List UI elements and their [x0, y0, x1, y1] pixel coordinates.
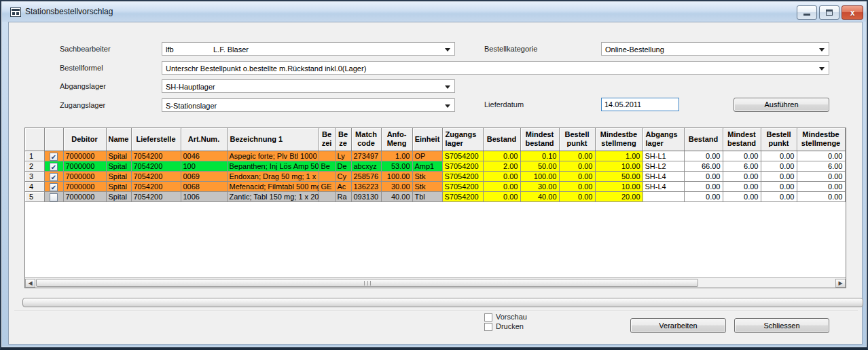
grid-cell[interactable]: 7054200	[131, 161, 181, 171]
grid-cell[interactable]: 0.00	[559, 191, 595, 201]
grid-cell[interactable]: 7000000	[63, 161, 106, 171]
grid-cell[interactable]: 0068	[181, 181, 227, 191]
grid-cell[interactable]: abcxyz	[351, 161, 381, 171]
grid-cell[interactable]: Endoxan; Drag 50 mg; 1 x	[227, 171, 319, 181]
grid-cell[interactable]: 0.00	[684, 181, 723, 191]
row-select-checkbox[interactable]	[50, 153, 58, 161]
chevron-down-icon[interactable]	[445, 48, 450, 52]
column-header[interactable]: Einheit	[412, 128, 442, 151]
grid-cell[interactable]: 0046	[181, 151, 227, 161]
column-header[interactable]: Art.Num.	[181, 128, 227, 151]
grid-cell[interactable]: 7000000	[63, 191, 106, 201]
grid-cell[interactable]: 0.00	[723, 171, 761, 181]
grid-cell[interactable]: Spital	[106, 191, 131, 201]
grid-cell[interactable]: De	[335, 161, 351, 171]
grid-cell[interactable]: 6.00	[797, 161, 845, 171]
grid-cell[interactable]: 0.00	[723, 181, 761, 191]
grid-cell[interactable]: 6.00	[723, 161, 761, 171]
checkbox-cell[interactable]	[44, 151, 63, 161]
grid-cell[interactable]: 1.00	[595, 151, 643, 161]
grid-cell[interactable]: SH-L2	[643, 161, 684, 171]
abgangslager-combo[interactable]: SH-Hauptlager	[162, 79, 455, 93]
grid-cell[interactable]: Spital	[106, 171, 131, 181]
chevron-down-icon[interactable]	[819, 67, 825, 71]
grid-cell[interactable]: 273497	[351, 151, 381, 161]
row-select-checkbox[interactable]	[50, 193, 58, 201]
row-select-checkbox[interactable]	[50, 183, 58, 191]
title-bar[interactable]: Stationsbestellvorschlag x	[2, 2, 866, 22]
scrollbar-thumb[interactable]	[36, 279, 698, 287]
grid-cell[interactable]	[643, 191, 684, 201]
grid-cell[interactable]: 50.00	[520, 161, 559, 171]
grid-cell[interactable]	[319, 171, 335, 181]
grid-cell[interactable]: 0.00	[723, 151, 761, 161]
vorschau-checkbox[interactable]	[484, 313, 492, 322]
grid-cell[interactable]: Zantic; Tabl 150 mg; 1 x 20	[227, 191, 319, 201]
grid-cell[interactable]: 100	[181, 161, 227, 171]
grid-cell[interactable]	[319, 191, 335, 201]
close-button[interactable]: x	[842, 5, 863, 20]
grid-cell[interactable]: S7054200	[442, 171, 483, 181]
grid-cell[interactable]: 0.00	[684, 191, 723, 201]
grid-cell[interactable]: S7054200	[442, 151, 483, 161]
grid-cell[interactable]: 0.00	[761, 151, 797, 161]
checkbox-cell[interactable]	[44, 171, 63, 181]
grid-cell[interactable]: 2.00	[483, 161, 520, 171]
grid-cell[interactable]: 0.00	[723, 191, 761, 201]
grid-cell[interactable]	[319, 151, 335, 161]
schliessen-button[interactable]: Schliessen	[734, 318, 829, 333]
column-header[interactable]: Abgangs lager	[643, 128, 684, 151]
row-number-cell[interactable]: 1	[25, 151, 44, 161]
grid-cell[interactable]: Mefenacid; Filmtabl 500 mg;	[227, 181, 319, 191]
column-header[interactable]: Mindestbe stellmenge	[797, 128, 845, 151]
grid-corner-header[interactable]	[25, 128, 44, 151]
scroll-right-icon[interactable]: ▶	[835, 279, 846, 288]
checkbox-cell[interactable]	[44, 191, 63, 201]
grid-cell[interactable]: 1.00	[381, 151, 412, 161]
chevron-down-icon[interactable]	[445, 85, 450, 89]
chevron-down-icon[interactable]	[819, 48, 825, 52]
grid-cell[interactable]: OP	[412, 151, 442, 161]
grid-cell[interactable]: SH-L4	[643, 181, 684, 191]
grid-cell[interactable]: 40.00	[520, 191, 559, 201]
grid-cell[interactable]: Be	[319, 161, 335, 171]
grid-cell[interactable]: SH-L4	[643, 171, 684, 181]
verarbeiten-button[interactable]: Verarbeiten	[630, 318, 726, 333]
grid-cell[interactable]: 0.00	[483, 151, 520, 161]
grid-cell[interactable]: Ly	[335, 151, 351, 161]
grid-cell[interactable]: 30.00	[381, 181, 412, 191]
chevron-down-icon[interactable]	[445, 104, 450, 108]
minimize-button[interactable]	[797, 5, 817, 20]
grid-cell[interactable]: Spital	[106, 151, 131, 161]
bestellkategorie-combo[interactable]: Online-Bestellung	[601, 42, 829, 56]
maximize-button[interactable]	[819, 5, 839, 20]
column-header[interactable]: Bestand	[483, 128, 520, 151]
grid-cell[interactable]: 7000000	[63, 151, 106, 161]
grid-cell[interactable]: 0.00	[483, 171, 520, 181]
column-header[interactable]: Bestand	[684, 128, 723, 151]
column-header[interactable]: Match code	[351, 128, 381, 151]
grid-cell[interactable]: 0.00	[559, 181, 595, 191]
grid-cell[interactable]: 0.00	[684, 171, 723, 181]
lieferdatum-input[interactable]	[601, 98, 679, 111]
ausfuehren-button[interactable]: Ausführen	[734, 98, 829, 112]
grid-cell[interactable]: 66.00	[684, 161, 723, 171]
grid-cell[interactable]: GE	[319, 181, 335, 191]
column-header[interactable]: Bestell punkt	[559, 128, 595, 151]
grid-cell[interactable]: S7054200	[442, 191, 483, 201]
grid-cell[interactable]: 0.00	[797, 171, 845, 181]
grid-cell[interactable]: 30.00	[520, 181, 559, 191]
grid-cell[interactable]: 7054200	[131, 191, 181, 201]
grid-cell[interactable]: 0.00	[797, 181, 845, 191]
column-header[interactable]: Be zei	[319, 128, 335, 151]
column-header[interactable]: Anfo- Meng	[381, 128, 412, 151]
grid-cell[interactable]: SH-L1	[643, 151, 684, 161]
grid-cell[interactable]: 0.10	[520, 151, 559, 161]
grid-cell[interactable]: 093130	[351, 191, 381, 201]
bestellformel-combo[interactable]: Unterschr Bestellpunkt o.bestellte m.Rüc…	[162, 61, 829, 75]
column-header[interactable]: Zugangs lager	[442, 128, 483, 151]
grid-cell[interactable]: 40.00	[381, 191, 412, 201]
checkbox-cell[interactable]	[44, 181, 63, 191]
window-icon[interactable]	[10, 7, 21, 17]
grid-cell[interactable]: 53.00	[381, 161, 412, 171]
